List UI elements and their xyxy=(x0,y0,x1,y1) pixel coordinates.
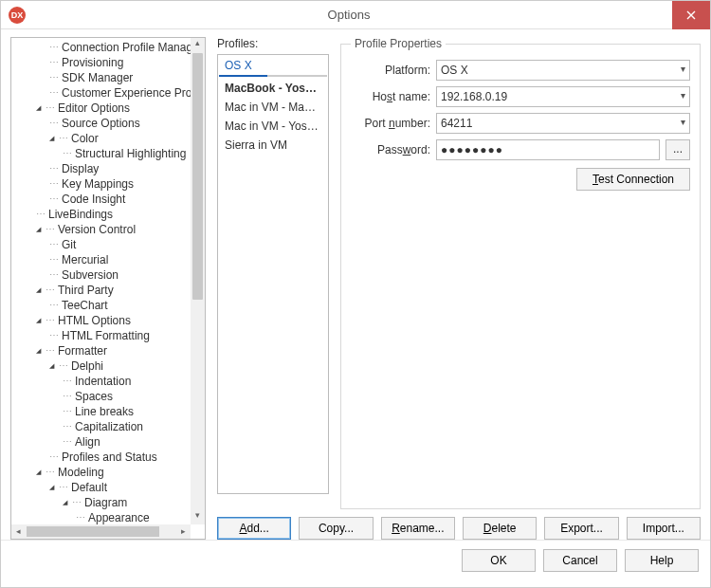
password-ellipsis-button[interactable]: ... xyxy=(665,139,690,160)
expand-icon[interactable]: ◢ xyxy=(36,313,46,328)
scroll-down-icon[interactable]: ▾ xyxy=(191,510,205,524)
tree-item[interactable]: ◢⋯Modeling xyxy=(11,465,191,480)
import-button[interactable]: Import... xyxy=(627,517,701,540)
horizontal-scrollbar[interactable]: ◂ ▸ xyxy=(11,524,191,539)
scroll-thumb[interactable] xyxy=(192,53,203,300)
tree-item[interactable]: ◢⋯Default xyxy=(11,480,191,495)
tree-item[interactable]: ⋯Line breaks xyxy=(11,404,191,419)
tree-dots-icon: ⋯ xyxy=(49,240,62,249)
tree-item[interactable]: ⋯Git xyxy=(11,237,191,252)
tree-item-label: Indentation xyxy=(75,374,131,389)
profile-list-item[interactable]: Mac in VM - Yose… xyxy=(219,117,327,136)
scroll-left-icon[interactable]: ◂ xyxy=(11,524,26,539)
scroll-up-icon[interactable]: ▴ xyxy=(191,38,205,52)
tree-item[interactable]: ◢⋯Formatter xyxy=(11,343,191,358)
copy-button[interactable]: Copy... xyxy=(299,517,373,540)
expand-icon[interactable]: ◢ xyxy=(36,283,46,298)
expand-icon[interactable]: ◢ xyxy=(36,465,46,480)
window-title: Options xyxy=(26,8,672,22)
tree-dots-icon: ⋯ xyxy=(76,513,88,523)
tree-item[interactable]: ◢⋯Diagram xyxy=(11,495,191,510)
tree-dots-icon: ⋯ xyxy=(63,437,75,447)
tree-item[interactable]: ◢⋯Delphi xyxy=(11,358,191,374)
profiles-listbox[interactable]: OS X MacBook - Yos…Mac in VM - Mave…Mac … xyxy=(217,54,329,494)
expand-icon[interactable]: ◢ xyxy=(49,358,59,374)
add-button[interactable]: Add... xyxy=(217,517,291,540)
close-button[interactable] xyxy=(672,1,710,29)
expand-icon[interactable]: ◢ xyxy=(36,222,46,237)
tree-item-label: Modeling xyxy=(58,465,104,480)
tree-item[interactable]: ⋯Structural Highlighting xyxy=(11,146,191,161)
app-icon: DX xyxy=(9,7,26,24)
tree-item[interactable]: ⋯Spaces xyxy=(11,389,191,404)
tree-item[interactable]: ⋯Appearance xyxy=(11,510,191,524)
tree-item[interactable]: ⋯Align xyxy=(11,434,191,450)
tree-dots-icon: ⋯ xyxy=(63,392,75,401)
expand-icon[interactable]: ◢ xyxy=(63,495,72,510)
tree-item-label: HTML Formatting xyxy=(62,328,150,343)
expand-icon[interactable]: ◢ xyxy=(36,343,46,358)
export-button[interactable]: Export... xyxy=(544,517,618,540)
tree-item-label: Code Insight xyxy=(62,192,125,207)
test-connection-button[interactable]: Test Connection xyxy=(576,168,690,191)
profiles-tab[interactable]: OS X xyxy=(219,56,327,75)
tree-item[interactable]: ⋯Capitalization xyxy=(11,419,191,434)
tree-item[interactable]: ⋯SDK Manager xyxy=(11,70,191,85)
tree-item[interactable]: ⋯Mercurial xyxy=(11,252,191,267)
tree-item[interactable]: ⋯LiveBindings xyxy=(11,207,191,222)
tree-item[interactable]: ◢⋯Third Party xyxy=(11,283,191,298)
tree-item-label: SDK Manager xyxy=(62,70,133,85)
tree-item[interactable]: ⋯HTML Formatting xyxy=(11,328,191,343)
scroll-hthumb[interactable] xyxy=(27,526,159,537)
tree-item[interactable]: ⋯Provisioning xyxy=(11,55,191,70)
tree-dots-icon: ⋯ xyxy=(46,103,58,113)
close-icon xyxy=(686,10,696,20)
vertical-scrollbar[interactable]: ▴ ▾ xyxy=(191,38,205,524)
tree-item[interactable]: ⋯Indentation xyxy=(11,374,191,389)
cancel-button[interactable]: Cancel xyxy=(543,549,617,572)
tree-item[interactable]: ⋯Customer Experience Program xyxy=(11,85,191,101)
tree-item[interactable]: ◢⋯Editor Options xyxy=(11,101,191,116)
tree-item[interactable]: ⋯Subversion xyxy=(11,267,191,283)
expand-icon[interactable]: ◢ xyxy=(49,131,59,146)
test-connection-label: est Connection xyxy=(598,173,674,186)
tree-dots-icon: ⋯ xyxy=(63,149,75,158)
tree-item[interactable]: ◢⋯Version Control xyxy=(11,222,191,237)
tree-item[interactable]: ◢⋯HTML Options xyxy=(11,313,191,328)
tree-item-label: HTML Options xyxy=(58,313,131,328)
tree-item[interactable]: ⋯Source Options xyxy=(11,116,191,131)
tree-dots-icon: ⋯ xyxy=(49,179,62,189)
hostname-combobox[interactable]: 192.168.0.19 ▾ xyxy=(436,86,690,107)
platform-value: OS X xyxy=(441,64,468,77)
tree-item-label: Mercurial xyxy=(62,252,108,267)
tree-item[interactable]: ⋯Profiles and Status xyxy=(11,450,191,465)
delete-button[interactable]: Delete xyxy=(463,517,537,540)
profile-list-item[interactable]: Mac in VM - Mave… xyxy=(219,98,327,117)
password-input[interactable]: ●●●●●●●● xyxy=(436,139,660,160)
tree-item-label: Default xyxy=(71,480,107,495)
tree-item[interactable]: ◢⋯Color xyxy=(11,131,191,146)
expand-icon[interactable]: ◢ xyxy=(49,480,59,495)
port-label: Port number: xyxy=(351,117,430,130)
scroll-right-icon[interactable]: ▸ xyxy=(176,524,191,539)
tree-item[interactable]: ⋯Key Mappings xyxy=(11,176,191,192)
expand-icon[interactable]: ◢ xyxy=(36,101,46,116)
options-tree[interactable]: ⋯Connection Profile Manager⋯Provisioning… xyxy=(11,40,191,524)
platform-combobox[interactable]: OS X ▾ xyxy=(436,60,690,81)
tree-item[interactable]: ⋯Connection Profile Manager xyxy=(11,40,191,55)
tree-item[interactable]: ⋯Code Insight xyxy=(11,192,191,207)
ok-button[interactable]: OK xyxy=(462,549,536,572)
tree-item-label: Delphi xyxy=(71,358,103,374)
tree-dots-icon: ⋯ xyxy=(49,88,62,98)
tree-item-label: Key Mappings xyxy=(62,176,134,192)
tree-dots-icon: ⋯ xyxy=(49,331,62,340)
profile-list-item[interactable]: MacBook - Yos… xyxy=(219,79,327,98)
profile-list-item[interactable]: Sierra in VM xyxy=(219,136,327,155)
tree-dots-icon: ⋯ xyxy=(46,468,58,477)
help-button[interactable]: Help xyxy=(625,549,699,572)
tree-item[interactable]: ⋯Display xyxy=(11,161,191,176)
port-combobox[interactable]: 64211 ▾ xyxy=(436,113,690,134)
tree-item[interactable]: ⋯TeeChart xyxy=(11,298,191,313)
password-value: ●●●●●●●● xyxy=(441,143,503,156)
rename-button[interactable]: Rename... xyxy=(381,517,455,540)
